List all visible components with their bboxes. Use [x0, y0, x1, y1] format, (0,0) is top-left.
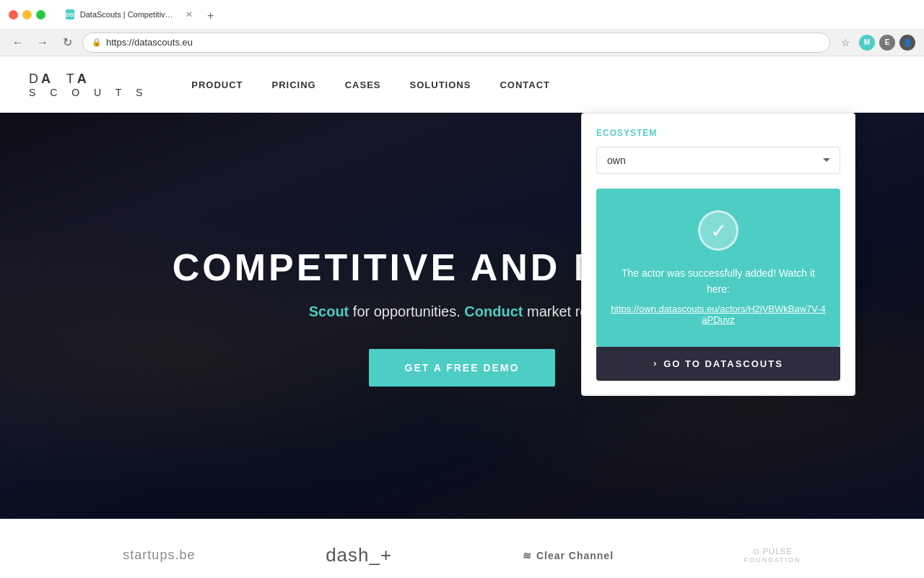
success-check-circle: ✓: [698, 210, 738, 251]
new-tab-button[interactable]: +: [201, 7, 219, 25]
profile-avatar-e[interactable]: E: [879, 35, 895, 51]
nav-product[interactable]: PRODUCT: [191, 79, 243, 90]
partners-bar: startups.be dash_+ ≋ Clear Channel ⊙ PUL…: [0, 519, 924, 578]
scout-text: Scout: [309, 303, 349, 319]
logo-line1: DA TA: [29, 72, 148, 87]
ecosystem-label: ECOSYSTEM: [596, 128, 840, 138]
hero-subtitle: Scout for opportunities. Conduct market …: [309, 303, 616, 320]
hero-subtitle-prefix: for opportunities.: [353, 303, 465, 319]
checkmark-icon: ✓: [710, 219, 727, 243]
partner-clearchannel: ≋ Clear Channel: [523, 550, 614, 561]
partner-startups: startups.be: [123, 548, 195, 563]
get-free-demo-button[interactable]: GET A FREE DEMO: [369, 349, 556, 387]
success-card: ✓ The actor was successfully added! Watc…: [596, 189, 840, 347]
refresh-button[interactable]: ↻: [58, 33, 77, 52]
ecosystem-popup: ECOSYSTEM own external custom ✓ The acto…: [581, 113, 855, 396]
nav-cases[interactable]: CASES: [345, 79, 381, 90]
conduct-text: Conduct: [464, 303, 523, 319]
browser-titlebar: DS DataScouts | Competitive Intell... ✕ …: [0, 0, 924, 29]
nav-contact[interactable]: CONTACT: [500, 79, 550, 90]
tab-favicon: DS: [66, 9, 74, 20]
browser-toolbar: ← → ↻ 🔒 https://datascouts.eu ☆ M E 👤: [0, 29, 924, 56]
tab-title: DataScouts | Competitive Intell...: [80, 10, 177, 19]
close-traffic-light[interactable]: [9, 10, 18, 20]
maximize-traffic-light[interactable]: [36, 10, 45, 20]
profile-avatar-m[interactable]: M: [859, 35, 875, 51]
toolbar-actions: ☆ M E 👤: [836, 33, 915, 52]
site-header: DA TA S C O U T S PRODUCT PRICING CASES …: [0, 56, 924, 113]
nav-solutions[interactable]: SOLUTIONS: [410, 79, 471, 90]
browser-chrome: DS DataScouts | Competitive Intell... ✕ …: [0, 0, 924, 56]
goto-datascouts-button[interactable]: › GO TO DATASCOUTS: [596, 347, 840, 381]
active-tab[interactable]: DS DataScouts | Competitive Intell... ✕: [57, 4, 201, 25]
lock-icon: 🔒: [92, 38, 102, 47]
bookmark-button[interactable]: ☆: [836, 33, 855, 52]
chevron-right-icon: ›: [653, 358, 658, 368]
site-logo[interactable]: DA TA S C O U T S: [29, 72, 148, 98]
tab-close-button[interactable]: ✕: [186, 9, 193, 20]
logo-line2: S C O U T S: [29, 87, 148, 98]
partner-dash: dash_+: [326, 544, 392, 566]
traffic-lights: [9, 10, 45, 20]
profile-avatar-person[interactable]: 👤: [899, 35, 915, 51]
success-message: The actor was successfully added! Watch …: [611, 265, 826, 298]
partner-pulse: ⊙ PULSE FOUNDATION: [744, 547, 801, 564]
browser-tabs: DS DataScouts | Competitive Intell... ✕ …: [57, 4, 915, 25]
ecosystem-select[interactable]: own external custom: [596, 147, 840, 174]
goto-label: GO TO DATASCOUTS: [663, 358, 783, 369]
minimize-traffic-light[interactable]: [22, 10, 32, 20]
page-content: DA TA S C O U T S PRODUCT PRICING CASES …: [0, 56, 924, 578]
url-text: https://datascouts.eu: [106, 37, 821, 48]
back-button[interactable]: ←: [9, 33, 27, 52]
site-nav: PRODUCT PRICING CASES SOLUTIONS CONTACT: [191, 79, 550, 90]
forward-button[interactable]: →: [33, 33, 52, 52]
nav-pricing[interactable]: PRICING: [272, 79, 316, 90]
clearchannel-icon: ≋: [523, 550, 532, 561]
address-bar[interactable]: 🔒 https://datascouts.eu: [82, 33, 830, 53]
success-link[interactable]: https://own.datascouts.eu/actors/H2jVBWk…: [611, 303, 826, 325]
